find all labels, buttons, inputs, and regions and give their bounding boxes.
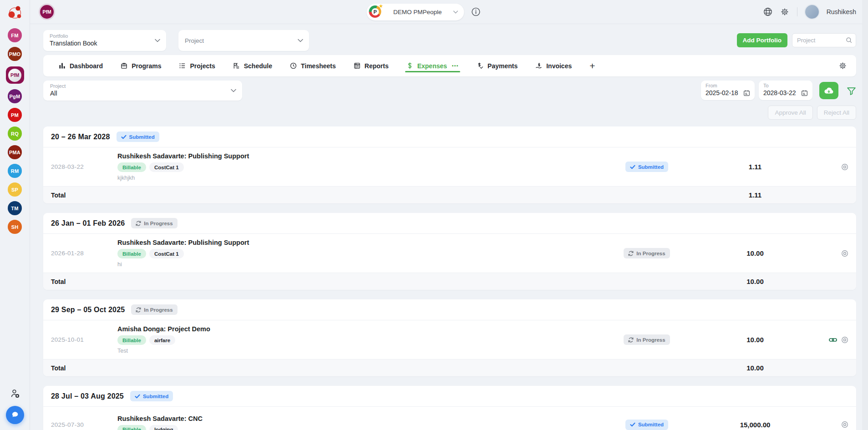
sidebar-role-pmo[interactable]: PMO: [8, 47, 22, 61]
eye-icon[interactable]: [841, 421, 848, 428]
expense-title: Rushikesh Sadavarte: Publishing Support: [117, 239, 604, 246]
approve-all-button[interactable]: Approve All: [768, 106, 812, 120]
expense-status-badge: In Progress: [624, 334, 670, 345]
chevron-down-icon: [231, 89, 236, 92]
export-button[interactable]: [819, 82, 838, 99]
reject-all-button[interactable]: Reject All: [817, 106, 856, 120]
role-label: TM: [11, 206, 18, 211]
portfolio-select-value: Translation Book: [50, 40, 160, 47]
expense-status-badge: Submitted: [625, 162, 668, 172]
avatar[interactable]: [805, 5, 819, 19]
category-badge: CostCat 1: [149, 162, 184, 172]
group-total-row: Total 1.11: [43, 186, 856, 203]
project-select-label: Project: [185, 37, 204, 44]
tab-programs[interactable]: Programs: [121, 55, 161, 76]
sidebar-role-sp[interactable]: SP: [8, 182, 22, 197]
category-badge: lodging: [149, 425, 178, 430]
filter-project-select[interactable]: Project All: [43, 81, 242, 101]
current-role-badge[interactable]: PfM: [40, 5, 54, 19]
sidebar-role-rq[interactable]: RQ: [8, 126, 22, 141]
total-label: Total: [51, 278, 604, 285]
refresh-icon: [628, 251, 634, 256]
tab-payments[interactable]: Payments: [477, 55, 518, 76]
role-sidebar: FM PMO PfM PgM PM RQ PMA RM SP TM SH: [0, 0, 30, 430]
expense-group: 20 – 26 Mar 2028 Submitted 2028-03-22 Ru…: [43, 126, 856, 203]
funnel-icon: [847, 87, 856, 96]
workspace-name: DEMO PMPeople: [382, 9, 453, 15]
expense-row: 2025-10-01 Amisha Donga: Project Demo Bi…: [43, 320, 856, 359]
date-from-field[interactable]: From 2025-02-18: [701, 81, 755, 100]
group-status-badge: Submitted: [117, 132, 159, 142]
main-area: PfM P ★ DEMO PMPeople: [30, 0, 868, 430]
tab-reports[interactable]: Reports: [354, 55, 389, 76]
role-label: RQ: [11, 131, 19, 137]
sidebar-role-pm[interactable]: PM: [8, 108, 22, 122]
content: Dashboard Programs Projects Schedule: [30, 51, 868, 430]
date-to-field[interactable]: To 2028-03-22: [759, 81, 812, 100]
expense-date: 2025-07-30: [51, 421, 117, 428]
tab-add[interactable]: +: [589, 55, 595, 76]
group-total-row: Total 10.00: [43, 359, 856, 376]
check-icon: [630, 422, 635, 427]
group-period: 20 – 26 Mar 2028: [51, 133, 110, 141]
expense-date: 2025-10-01: [51, 336, 117, 343]
user-name[interactable]: Rushikesh: [827, 8, 856, 15]
eye-icon[interactable]: [841, 336, 848, 344]
pmpeople-brand-icon: [6, 4, 24, 22]
info-button[interactable]: [471, 7, 481, 17]
reports-icon: [354, 62, 360, 69]
chat-button[interactable]: [6, 406, 24, 424]
refresh-icon: [136, 221, 141, 226]
eye-icon[interactable]: [841, 250, 848, 257]
tab-dashboard[interactable]: Dashboard: [59, 55, 103, 76]
tab-timesheets[interactable]: Timesheets: [290, 55, 336, 76]
portfolio-toolbar: Portfolio Translation Book Project Add P…: [30, 24, 868, 51]
tab-more-icon[interactable]: ⋯: [452, 62, 459, 70]
check-icon: [135, 394, 140, 399]
workspace-selector[interactable]: P ★ DEMO PMPeople: [367, 4, 464, 20]
sidebar-role-fm[interactable]: FM: [8, 28, 22, 42]
add-portfolio-button[interactable]: Add Portfolio: [737, 33, 787, 47]
portfolio-select[interactable]: Portfolio Translation Book: [43, 30, 166, 51]
expense-date: 2028-03-22: [51, 163, 117, 170]
sidebar-role-tm[interactable]: TM: [8, 201, 22, 215]
sidebar-role-rm[interactable]: RM: [8, 164, 22, 178]
app-root: FM PMO PfM PgM PM RQ PMA RM SP TM SH: [0, 0, 868, 430]
invite-user-icon[interactable]: [10, 389, 20, 399]
sidebar-role-sh[interactable]: SH: [8, 220, 22, 234]
filter-project-value: All: [50, 90, 235, 97]
date-to-value: 2028-03-22: [763, 89, 796, 96]
sidebar-role-pfm-active[interactable]: PfM: [6, 66, 24, 84]
refresh-icon: [628, 337, 634, 343]
filter-section: Project All From 2025-02-18: [43, 81, 856, 120]
expense-description: kjkhjkh: [117, 175, 604, 181]
tab-projects[interactable]: Projects: [179, 55, 215, 76]
billable-badge: Billable: [117, 249, 146, 258]
language-button[interactable]: [763, 7, 772, 16]
link-icon[interactable]: [829, 337, 837, 343]
chevron-down-icon: [155, 39, 160, 42]
group-period: 26 Jan – 01 Feb 2026: [51, 219, 125, 228]
sidebar-role-pgm[interactable]: PgM: [8, 89, 22, 103]
filter-button[interactable]: [847, 86, 856, 96]
calendar-icon: [801, 90, 808, 96]
total-label: Total: [51, 192, 604, 199]
total-amount: 10.00: [690, 278, 820, 285]
sidebar-role-pma[interactable]: PMA: [8, 145, 22, 159]
cloud-download-icon: [823, 86, 834, 95]
role-label: PgM: [10, 94, 20, 99]
settings-button[interactable]: [780, 7, 789, 16]
gear-icon: [838, 61, 847, 70]
tab-expenses[interactable]: Expenses ⋯: [406, 55, 459, 76]
expense-row: 2026-01-28 Rushikesh Sadavarte: Publishi…: [43, 234, 856, 273]
expense-date: 2026-01-28: [51, 250, 117, 257]
role-label: FM: [11, 33, 18, 38]
clock-icon: [290, 62, 297, 69]
tab-schedule[interactable]: Schedule: [233, 55, 272, 76]
scrollbar[interactable]: [862, 0, 868, 430]
project-select[interactable]: Project: [178, 30, 309, 51]
tabs-settings-button[interactable]: [838, 61, 847, 70]
billable-badge: Billable: [117, 425, 146, 430]
eye-icon[interactable]: [841, 163, 848, 171]
tab-invoices[interactable]: Invoices: [535, 55, 572, 76]
